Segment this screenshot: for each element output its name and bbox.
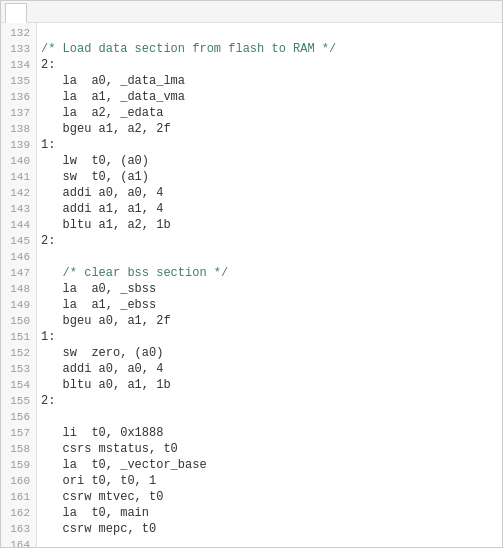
line-number: 132: [5, 25, 30, 41]
code-line: addi a0, a0, 4: [41, 361, 498, 377]
line-number: 152: [5, 345, 30, 361]
line-number: 160: [5, 473, 30, 489]
line-number: 162: [5, 505, 30, 521]
code-line: [41, 409, 498, 425]
code-line: csrw mtvec, t0: [41, 489, 498, 505]
code-line: [41, 249, 498, 265]
code-line: la t0, _vector_base: [41, 457, 498, 473]
line-number: 138: [5, 121, 30, 137]
line-number: 157: [5, 425, 30, 441]
code-line: bltu a1, a2, 1b: [41, 217, 498, 233]
code-line: [41, 25, 498, 41]
line-number: 164: [5, 537, 30, 547]
code-line: 1:: [41, 137, 498, 153]
line-number: 134: [5, 57, 30, 73]
code-line: 2:: [41, 233, 498, 249]
line-number: 149: [5, 297, 30, 313]
line-number: 155: [5, 393, 30, 409]
code-line: csrs mstatus, t0: [41, 441, 498, 457]
line-numbers: 1321331341351361371381391401411421431441…: [1, 23, 37, 547]
line-number: 154: [5, 377, 30, 393]
code-line: la a0, _sbss: [41, 281, 498, 297]
editor-tab[interactable]: [5, 3, 27, 23]
line-number: 159: [5, 457, 30, 473]
line-number: 163: [5, 521, 30, 537]
line-number: 156: [5, 409, 30, 425]
code-line: 2:: [41, 57, 498, 73]
line-number: 151: [5, 329, 30, 345]
code-line: /* Load data section from flash to RAM *…: [41, 41, 498, 57]
code-line: ori t0, t0, 1: [41, 473, 498, 489]
code-line: la t0, main: [41, 505, 498, 521]
editor-container: 1321331341351361371381391401411421431441…: [0, 0, 503, 548]
code-line: /* clear bss section */: [41, 265, 498, 281]
line-number: 143: [5, 201, 30, 217]
line-number: 150: [5, 313, 30, 329]
code-line: la a1, _data_vma: [41, 89, 498, 105]
tab-bar: [1, 1, 502, 23]
code-line: bgeu a1, a2, 2f: [41, 121, 498, 137]
code-line: la a2, _edata: [41, 105, 498, 121]
line-number: 158: [5, 441, 30, 457]
line-number: 142: [5, 185, 30, 201]
code-line: [41, 537, 498, 547]
code-line: lw t0, (a0): [41, 153, 498, 169]
comment-text: /* clear bss section */: [41, 266, 228, 280]
line-number: 153: [5, 361, 30, 377]
code-line: sw zero, (a0): [41, 345, 498, 361]
line-number: 137: [5, 105, 30, 121]
line-number: 161: [5, 489, 30, 505]
line-number: 145: [5, 233, 30, 249]
line-number: 139: [5, 137, 30, 153]
code-line: bgeu a0, a1, 2f: [41, 313, 498, 329]
code-line: csrw mepc, t0: [41, 521, 498, 537]
line-number: 147: [5, 265, 30, 281]
code-line: la a1, _ebss: [41, 297, 498, 313]
code-line: li t0, 0x1888: [41, 425, 498, 441]
comment-text: /* Load data section from flash to RAM *…: [41, 42, 336, 56]
code-line: la a0, _data_lma: [41, 73, 498, 89]
line-number: 146: [5, 249, 30, 265]
line-number: 148: [5, 281, 30, 297]
code-line: 2:: [41, 393, 498, 409]
line-number: 133: [5, 41, 30, 57]
line-number: 144: [5, 217, 30, 233]
code-line: sw t0, (a1): [41, 169, 498, 185]
line-number: 140: [5, 153, 30, 169]
code-area: 1321331341351361371381391401411421431441…: [1, 23, 502, 547]
code-content[interactable]: /* Load data section from flash to RAM *…: [37, 23, 502, 547]
line-number: 141: [5, 169, 30, 185]
code-line: bltu a0, a1, 1b: [41, 377, 498, 393]
line-number: 135: [5, 73, 30, 89]
line-number: 136: [5, 89, 30, 105]
code-line: addi a0, a0, 4: [41, 185, 498, 201]
code-line: addi a1, a1, 4: [41, 201, 498, 217]
code-line: 1:: [41, 329, 498, 345]
